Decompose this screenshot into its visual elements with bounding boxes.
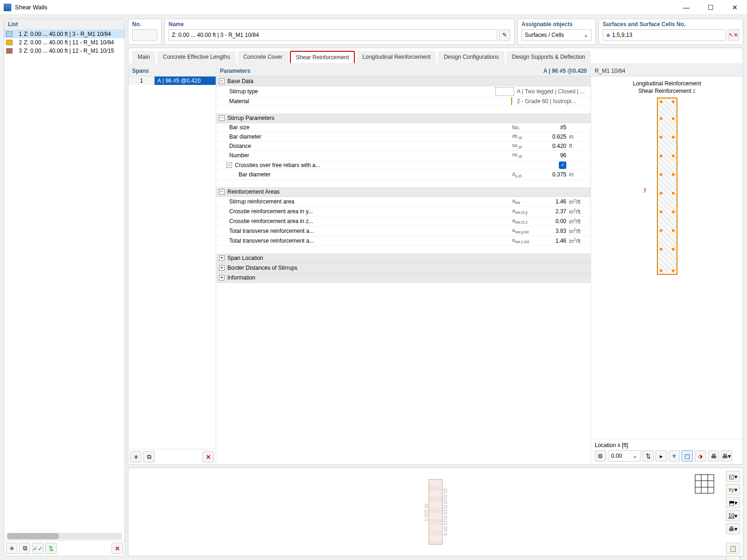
param-row[interactable]: Crosstie reinforcement area in z...asw,c…: [216, 217, 591, 226]
surfaces-input[interactable]: ◆ 1,5,9,13: [603, 29, 726, 41]
new-span-button[interactable]: ✳: [130, 451, 141, 462]
settings-button[interactable]: ⚙: [595, 450, 606, 462]
param-row[interactable]: Numberns,st96: [216, 151, 591, 160]
list-toolbar: ✳ ⧉ ✓✓ ⇅ ✕: [4, 540, 125, 556]
span-row[interactable]: 1 A | 96 #5 @0.420: [128, 77, 216, 85]
no-label: No.: [132, 21, 157, 28]
tab-concrete-cover[interactable]: Concrete Cover: [238, 51, 288, 63]
dim-label: 10.0(10.0(10.0(10.00 ft: [443, 488, 448, 536]
param-row-stirrup-type[interactable]: Stirrup type A | Two legged | Closed | .…: [216, 86, 591, 97]
assignable-box: Assignable objects Surfaces / Cells ⌄: [517, 19, 596, 45]
param-row[interactable]: Crosstie reinforcement area in y...asw,c…: [216, 207, 591, 217]
param-row[interactable]: Distancess,st0.420ft: [216, 141, 591, 151]
group-border-distances[interactable]: + Border Distances of Stirrups: [216, 263, 591, 273]
list-hscrollbar[interactable]: [7, 533, 122, 539]
new-item-button[interactable]: ✳: [6, 543, 17, 554]
surfaces-label: Surfaces and Surface Cells No.: [603, 21, 739, 28]
preview-panel: R_M1 10/84 Longitudinal Reinforcement Sh…: [591, 66, 743, 464]
group-span-location[interactable]: + Span Location: [216, 253, 591, 263]
group-base-data[interactable]: − Base Data: [216, 77, 591, 86]
stirrup-type-picker[interactable]: [495, 87, 514, 96]
surfaces-box: Surfaces and Surface Cells No. ◆ 1,5,9,1…: [599, 19, 743, 45]
param-row-crossties[interactable]: − Crossties over free rebars with a... ✓: [216, 161, 591, 170]
param-row[interactable]: Bar sizeNo.#5: [216, 123, 591, 132]
tab-shear-reinforcement[interactable]: Shear Reinforcement: [290, 51, 355, 63]
view-section-button[interactable]: ▢: [682, 450, 693, 462]
edit-name-button[interactable]: ✎: [499, 29, 510, 41]
group-information[interactable]: + Information: [216, 273, 591, 283]
app-icon: [4, 4, 11, 11]
group-stirrup-parameters[interactable]: − Stirrup Parameters: [216, 113, 591, 123]
span-num: 1: [128, 77, 155, 85]
expand-icon: +: [219, 265, 225, 271]
chevron-down-icon: ⌄: [584, 32, 588, 38]
row-label: Z: 0.00 ... 40.00 ft | 3 - R_M1 10/84: [24, 31, 111, 37]
chevron-down-icon: ⌄: [633, 453, 637, 459]
collapse-icon: −: [219, 189, 225, 195]
surface-icon: ◆: [606, 32, 610, 38]
axis-y-label: y: [644, 186, 647, 193]
axes-button[interactable]: xy▾: [726, 484, 740, 495]
view-3d-button[interactable]: ⬗: [695, 450, 706, 462]
location-input[interactable]: 0.00⌄: [608, 450, 641, 462]
expand-icon: +: [219, 275, 225, 280]
pick-surfaces-button[interactable]: ↖✕: [728, 29, 739, 41]
list-row[interactable]: 2 Z: 0.00 ... 40.00 ft | 11 - R_M1 10/84: [4, 38, 125, 47]
export-button[interactable]: 📋: [726, 543, 740, 554]
preview-legend: Longitudinal Reinforcement Shear Reinfor…: [633, 80, 701, 95]
copy-span-button[interactable]: ⧉: [143, 451, 155, 462]
scale-button[interactable]: 10▾: [726, 510, 740, 521]
cancel-view-button[interactable]: ⊘: [726, 556, 740, 560]
crossties-checkbox[interactable]: ✓: [559, 161, 566, 169]
close-button[interactable]: ✕: [726, 1, 743, 14]
param-row-material[interactable]: Material 2 - Grade 60 | Isotropi...: [216, 97, 591, 106]
list-row[interactable]: 3 Z: 0.00 ... 40.00 ft | 12 - R_M1 10/15: [4, 47, 125, 55]
no-field-box: No.: [128, 19, 162, 45]
view-cube[interactable]: [694, 474, 715, 494]
row-num: 3: [14, 48, 22, 54]
tab-effective-lengths[interactable]: Concrete Effective Lengths: [157, 51, 236, 63]
tab-design-supports[interactable]: Design Supports & Deflection: [507, 51, 591, 63]
group-reinforcement-areas[interactable]: − Reinforcement Areas: [216, 187, 591, 197]
param-row[interactable]: Bar diameterds,st0.625in: [216, 132, 591, 141]
color-swatch: [6, 40, 13, 45]
sort-button[interactable]: ⇅: [45, 543, 56, 554]
list-panel: List 1 Z: 0.00 ... 40.00 ft | 3 - R_M1 1…: [4, 19, 125, 556]
window-title: Shear Walls: [15, 4, 678, 11]
spans-panel: Spans 1 A | 96 #5 @0.420 ✳ ⧉ ✕: [128, 66, 216, 464]
model-view-panel[interactable]: 40.000 ft 10.0(10.0(10.0(10.00 ft ◱▾ xy▾…: [128, 468, 743, 556]
title-bar: Shear Walls — ☐ ✕: [0, 0, 747, 15]
tab-main[interactable]: Main: [132, 51, 155, 63]
assignable-select[interactable]: Surfaces / Cells ⌄: [521, 29, 592, 41]
no-input[interactable]: [132, 29, 157, 41]
tab-longitudinal-reinforcement[interactable]: Longitudinal Reinforcement: [357, 51, 436, 63]
list-row[interactable]: 1 Z: 0.00 ... 40.00 ft | 3 - R_M1 10/84: [4, 30, 125, 38]
collapse-icon: −: [219, 115, 225, 121]
color-swatch: [6, 48, 13, 54]
collapse-icon: −: [226, 162, 232, 168]
minimize-button[interactable]: —: [678, 1, 695, 14]
tab-design-configurations[interactable]: Design Configurations: [438, 51, 504, 63]
material-swatch: [511, 98, 512, 105]
delete-button[interactable]: ✕: [112, 543, 123, 554]
svg-rect-0: [695, 475, 714, 493]
maximize-button[interactable]: ☐: [702, 1, 719, 14]
print-view-button[interactable]: 🖶▾: [726, 523, 740, 534]
spinner-button[interactable]: ⇅: [642, 450, 654, 462]
render-button[interactable]: ⬒▾: [726, 497, 740, 508]
check-button[interactable]: ✓✓: [32, 543, 43, 554]
copy-item-button[interactable]: ⧉: [19, 543, 30, 554]
param-row-crossties-bar[interactable]: Bar diameter ds,ct 0.375 in: [216, 170, 591, 180]
delete-span-button[interactable]: ✕: [203, 451, 214, 462]
play-button[interactable]: ▸: [655, 450, 667, 462]
name-input[interactable]: Z: 0.00 ... 40.00 ft | 3 - R_M1 10/84: [169, 29, 497, 41]
filter-button[interactable]: ▼: [669, 450, 680, 462]
param-row[interactable]: Total transverse reinforcement a...asw,z…: [216, 236, 591, 246]
print-dropdown-button[interactable]: 🖶▾: [721, 450, 732, 462]
name-label: Name: [169, 21, 510, 28]
param-row[interactable]: Stirrup reinforcement areaasw1.46in2/ft: [216, 197, 591, 207]
assignable-label: Assignable objects: [521, 21, 592, 28]
param-row[interactable]: Total transverse reinforcement a...asw,y…: [216, 226, 591, 236]
view-cube-button[interactable]: ◱▾: [726, 471, 740, 482]
print-button[interactable]: 🖶: [708, 450, 719, 462]
